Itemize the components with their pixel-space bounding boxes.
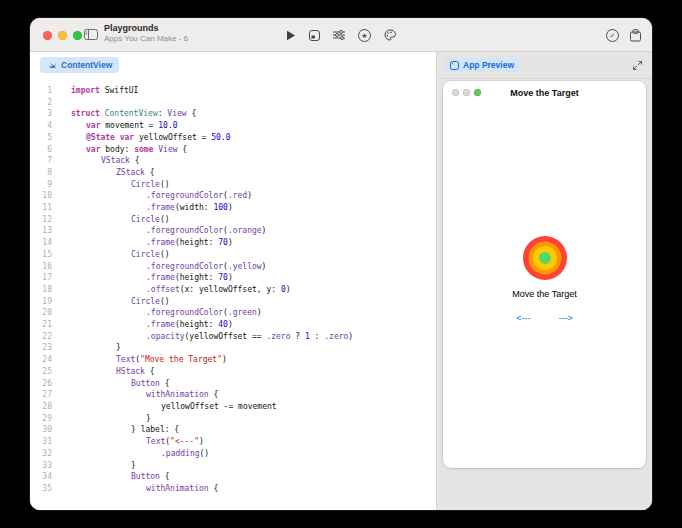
code-line[interactable]: 29} bbox=[30, 413, 436, 425]
toolbar-right: ✓ bbox=[606, 18, 641, 52]
code-line[interactable]: 7VStack { bbox=[30, 155, 436, 167]
code-line[interactable]: 33} bbox=[30, 460, 436, 472]
code-line[interactable]: 24Text("Move the Target") bbox=[30, 354, 436, 366]
code-line[interactable]: 14.frame(height: 70) bbox=[30, 237, 436, 249]
line-number: 18 bbox=[30, 284, 52, 296]
contentview-tag-label: ContentView bbox=[61, 60, 112, 70]
palette-icon bbox=[384, 29, 396, 41]
line-number: 17 bbox=[30, 272, 52, 284]
code-line[interactable]: 11.frame(width: 100) bbox=[30, 202, 436, 214]
line-number: 8 bbox=[30, 167, 52, 179]
sidebar-toggle-button[interactable] bbox=[84, 29, 98, 40]
code-line[interactable]: 31Text("<---") bbox=[30, 436, 436, 448]
minimize-button[interactable] bbox=[58, 31, 67, 40]
code-line[interactable]: 26Button { bbox=[30, 378, 436, 390]
guides-button[interactable]: ★ bbox=[358, 29, 371, 42]
code-line[interactable]: 28yellowOffset -= movement bbox=[30, 401, 436, 413]
code-line[interactable]: 35withAnimation { bbox=[30, 483, 436, 495]
preview-app-body: Move the Target <--- ---> bbox=[443, 105, 646, 468]
code-line[interactable]: 32.padding() bbox=[30, 448, 436, 460]
move-right-button[interactable]: ---> bbox=[559, 313, 573, 323]
code-line[interactable]: 8ZStack { bbox=[30, 167, 436, 179]
swift-icon bbox=[47, 60, 57, 70]
window-title: Playgrounds bbox=[104, 23, 188, 34]
green-circle bbox=[539, 252, 551, 264]
expand-icon bbox=[632, 60, 643, 71]
zoom-button[interactable] bbox=[73, 31, 82, 40]
code-editor-pane[interactable]: ContentView 1import SwiftUI23struct Cont… bbox=[30, 52, 437, 510]
code-line[interactable]: 5@State var yellowOffset = 50.0 bbox=[30, 132, 436, 144]
line-number: 34 bbox=[30, 471, 52, 483]
line-number: 7 bbox=[30, 155, 52, 167]
sliders-icon bbox=[333, 30, 345, 40]
line-number: 27 bbox=[30, 389, 52, 401]
app-preview-icon bbox=[450, 61, 459, 70]
check-button[interactable]: ✓ bbox=[606, 29, 619, 42]
code-line[interactable]: 6var body: some View { bbox=[30, 144, 436, 156]
code-line[interactable]: 10.foregroundColor(.red) bbox=[30, 190, 436, 202]
line-number: 5 bbox=[30, 132, 52, 144]
code-line[interactable]: 20.foregroundColor(.green) bbox=[30, 307, 436, 319]
code-line[interactable]: 9Circle() bbox=[30, 179, 436, 191]
playgrounds-window: Playgrounds Apps You Can Make - 6 bbox=[30, 18, 652, 510]
app-preview-tab[interactable]: App Preview bbox=[444, 58, 520, 72]
characters-button[interactable] bbox=[384, 29, 396, 41]
line-number: 13 bbox=[30, 225, 52, 237]
preview-window-dot bbox=[474, 89, 481, 96]
toolbar-center: ★ bbox=[286, 18, 396, 52]
expand-preview-button[interactable] bbox=[630, 58, 645, 73]
preview-window-dot bbox=[463, 89, 470, 96]
line-number: 15 bbox=[30, 249, 52, 261]
code-line[interactable]: 13.foregroundColor(.orange) bbox=[30, 225, 436, 237]
line-number: 10 bbox=[30, 190, 52, 202]
line-number: 3 bbox=[30, 108, 52, 120]
inspector-button[interactable] bbox=[333, 30, 345, 40]
line-number: 31 bbox=[30, 436, 52, 448]
contentview-tag[interactable]: ContentView bbox=[40, 57, 119, 73]
code-line[interactable]: 3struct ContentView: View { bbox=[30, 108, 436, 120]
line-number: 21 bbox=[30, 319, 52, 331]
code-line[interactable]: 34Button { bbox=[30, 471, 436, 483]
app-preview-card: Move the Target Move the Target <--- ---… bbox=[443, 81, 646, 468]
live-view-button[interactable] bbox=[309, 30, 320, 41]
code-line[interactable]: 17.frame(height: 70) bbox=[30, 272, 436, 284]
code-line[interactable]: 19Circle() bbox=[30, 296, 436, 308]
code-line[interactable]: 27withAnimation { bbox=[30, 389, 436, 401]
run-button[interactable] bbox=[286, 30, 296, 41]
code-line[interactable]: 16.foregroundColor(.yellow) bbox=[30, 261, 436, 273]
line-number: 25 bbox=[30, 366, 52, 378]
line-number: 11 bbox=[30, 202, 52, 214]
code-line[interactable]: 23} bbox=[30, 342, 436, 354]
code-line[interactable]: 4var movement = 10.0 bbox=[30, 120, 436, 132]
line-number: 24 bbox=[30, 354, 52, 366]
play-icon bbox=[286, 30, 296, 41]
code-line[interactable]: 22.opacity(yellowOffset == .zero ? 1 : .… bbox=[30, 331, 436, 343]
code-line[interactable]: 15Circle() bbox=[30, 249, 436, 261]
code-line[interactable]: 12Circle() bbox=[30, 214, 436, 226]
line-number: 33 bbox=[30, 460, 52, 472]
line-number: 20 bbox=[30, 307, 52, 319]
target-graphic bbox=[523, 236, 567, 280]
code-line[interactable]: 18.offset(x: yellowOffset, y: 0) bbox=[30, 284, 436, 296]
line-number: 12 bbox=[30, 214, 52, 226]
close-button[interactable] bbox=[43, 31, 52, 40]
line-number: 9 bbox=[30, 179, 52, 191]
line-number: 23 bbox=[30, 342, 52, 354]
line-number: 32 bbox=[30, 448, 52, 460]
code-line[interactable]: 30} label: { bbox=[30, 424, 436, 436]
traffic-lights bbox=[43, 31, 82, 40]
line-number: 19 bbox=[30, 296, 52, 308]
move-buttons: <--- ---> bbox=[516, 313, 573, 323]
preview-card-titlebar: Move the Target bbox=[443, 81, 646, 105]
code-line[interactable]: 2 bbox=[30, 97, 436, 109]
code-line[interactable]: 1import SwiftUI bbox=[30, 85, 436, 97]
code-line[interactable]: 25HStack { bbox=[30, 366, 436, 378]
preview-app-title: Move the Target bbox=[510, 88, 578, 98]
library-button[interactable] bbox=[630, 29, 641, 42]
line-number: 35 bbox=[30, 483, 52, 495]
code-line[interactable]: 21.frame(height: 40) bbox=[30, 319, 436, 331]
line-number: 1 bbox=[30, 85, 52, 97]
code-lines[interactable]: 1import SwiftUI23struct ContentView: Vie… bbox=[30, 85, 436, 495]
move-left-button[interactable]: <--- bbox=[516, 313, 530, 323]
frame-icon bbox=[309, 30, 320, 41]
